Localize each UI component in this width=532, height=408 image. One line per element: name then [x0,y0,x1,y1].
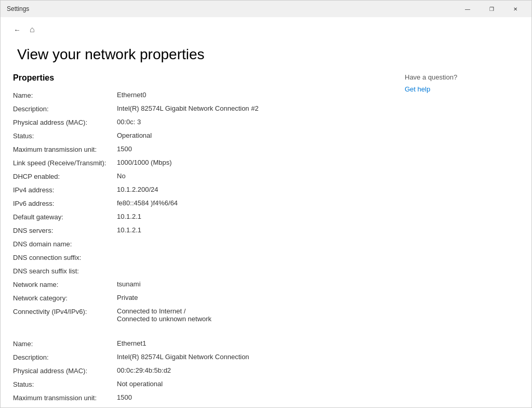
adapter1-dns-conn-suffix-row: DNS connection suffix: [13,253,384,265]
title-bar-controls: — ❐ ✕ [456,1,527,17]
page-header: View your network properties [1,42,531,73]
adapter1-dhcp-value: No [117,172,384,180]
adapter1-status-row: Status: Operational [13,131,384,143]
adapter1-ipv6-row: IPv6 address: fe80::4584 )f4%6/64 [13,199,384,210]
back-button[interactable]: ← [9,21,25,38]
adapter1-link-speed-row: Link speed (Receive/Transmit): 1000/1000… [13,159,384,170]
adapter1-gateway-label: Default gateway: [13,213,117,221]
adapter1-status-value: Operational [117,131,384,139]
adapter1-network-cat-row: Network category: Private [13,294,384,305]
adapter1-ipv6-value: fe80::4584 )f4%6/64 [117,199,384,207]
adapter2-status-label: Status: [13,380,117,388]
window-title: Settings [7,5,29,12]
adapter1-section: Name: Ethernet0 Description: Intel(R) 82… [13,91,384,323]
adapter2-status-row: Status: Not operational [13,380,384,391]
adapter1-dns-domain-row: DNS domain name: [13,240,384,251]
adapter1-network-name-label: Network name: [13,280,117,288]
adapter1-network-name-value: tsunami [117,280,384,288]
adapter1-mtu-label: Maximum transmission unit: [13,145,117,153]
adapter1-description-row: Description: Intel(R) 82574L Gigabit Net… [13,104,384,116]
get-help-link[interactable]: Get help [405,85,430,93]
adapter1-dns-search-label: DNS search suffix list: [13,267,117,275]
adapter2-name-row: Name: Ethernet1 [13,339,384,351]
adapter1-ipv4-value: 10.1.2.200/24 [117,186,384,193]
adapter1-connectivity-row: Connectivity (IPv4/IPv6): Connected to I… [13,307,384,323]
adapter1-description-value: Intel(R) 82574L Gigabit Network Connecti… [117,104,384,112]
adapter1-ipv6-label: IPv6 address: [13,199,117,207]
adapter2-section: Name: Ethernet1 Description: Intel(R) 82… [13,339,384,408]
adapter2-mtu-label: Maximum transmission unit: [13,393,117,402]
adapter1-description-label: Description: [13,104,117,113]
adapter1-network-name-row: Network name: tsunami [13,280,384,292]
settings-body: Properties Name: Ethernet0 Description: … [1,73,531,408]
adapter1-dns-servers-row: DNS servers: 10.1.2.1 [13,226,384,238]
adapter1-dns-servers-value: 10.1.2.1 [117,226,384,234]
adapter1-status-label: Status: [13,131,117,140]
adapter1-gateway-row: Default gateway: 10.1.2.1 [13,213,384,224]
maximize-button[interactable]: ❐ [480,1,503,17]
adapter2-description-row: Description: Intel(R) 82574L Gigabit Net… [13,353,384,364]
adapter1-ipv4-row: IPv4 address: 10.1.2.200/24 [13,186,384,197]
page-title: View your network properties [17,46,205,62]
sidebar-help-text: Have a question? [405,73,519,81]
adapter2-mac-row: Physical address (MAC): 00:0c:29:4b:5b:d… [13,366,384,378]
adapter1-connectivity-label: Connectivity (IPv4/IPv6): [13,307,117,315]
adapter1-dns-domain-label: DNS domain name: [13,240,117,248]
adapter2-mac-value: 00:0c:29:4b:5b:d2 [117,366,384,374]
adapter1-mtu-value: 1500 [117,145,384,153]
adapter1-mac-label: Physical address (MAC): [13,118,117,126]
adapter1-mtu-row: Maximum transmission unit: 1500 [13,145,384,156]
adapter2-name-label: Name: [13,339,117,348]
adapter1-dns-search-row: DNS search suffix list: [13,267,384,278]
adapter1-link-speed-label: Link speed (Receive/Transmit): [13,159,117,167]
close-button[interactable]: ✕ [503,1,527,17]
home-icon[interactable]: ⌂ [30,25,35,34]
adapter1-link-speed-value: 1000/1000 (Mbps) [117,159,384,166]
nav-bar: ← ⌂ [1,17,531,42]
minimize-button[interactable]: — [456,1,480,17]
settings-sidebar: Have a question? Get help [405,73,519,408]
adapter1-name-value: Ethernet0 [117,91,384,99]
settings-main: Properties Name: Ethernet0 Description: … [13,73,384,408]
adapter1-connectivity-value: Connected to Internet / Connected to unk… [117,307,384,323]
adapter1-dhcp-row: DHCP enabled: No [13,172,384,183]
adapter1-name-label: Name: [13,91,117,99]
adapter2-mtu-value: 1500 [117,393,384,401]
adapter2-status-value: Not operational [117,380,384,388]
adapter1-ipv4-label: IPv4 address: [13,186,117,194]
adapter2-name-value: Ethernet1 [117,339,384,347]
properties-heading: Properties [13,73,384,83]
adapter2-description-label: Description: [13,353,117,361]
adapter1-mac-row: Physical address (MAC): 00:0c: 3 [13,118,384,129]
adapter1-gateway-value: 10.1.2.1 [117,213,384,220]
adapter1-name-row: Name: Ethernet0 [13,91,384,102]
adapter1-mac-value: 00:0c: 3 [117,118,384,126]
adapter1-dhcp-label: DHCP enabled: [13,172,117,180]
title-bar-left: Settings [7,5,29,12]
adapter1-network-cat-label: Network category: [13,294,117,302]
adapter1-dns-servers-label: DNS servers: [13,226,117,234]
adapter1-network-cat-value: Private [117,294,384,301]
adapter2-mtu-row: Maximum transmission unit: 1500 [13,393,384,405]
adapter1-dns-conn-suffix-label: DNS connection suffix: [13,253,117,261]
adapter2-mac-label: Physical address (MAC): [13,366,117,375]
adapter2-description-value: Intel(R) 82574L Gigabit Network Connecti… [117,353,384,361]
settings-window: Settings — ❐ ✕ ← ⌂ View your network pro… [0,0,532,408]
title-bar: Settings — ❐ ✕ [1,1,531,17]
